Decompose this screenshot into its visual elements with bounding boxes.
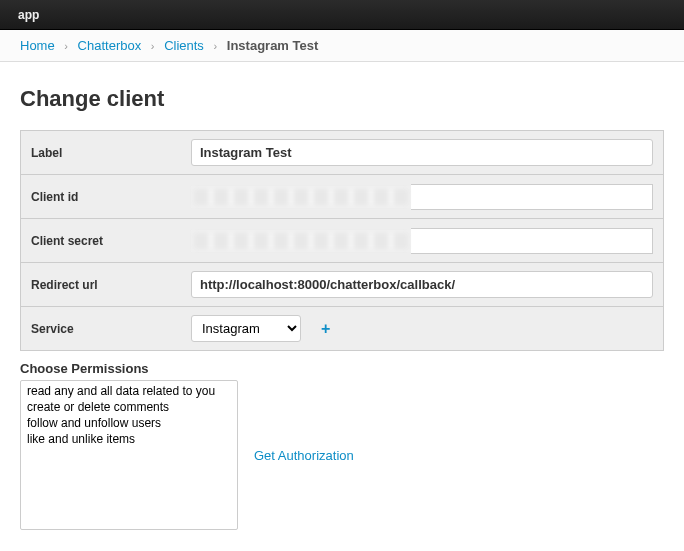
permission-option[interactable]: follow and unfollow users <box>23 415 235 431</box>
content: Change client Label Client id Client sec… <box>0 62 684 550</box>
permission-option[interactable]: like and unlike items <box>23 431 235 447</box>
permission-option[interactable]: read any and all data related to you <box>23 383 235 399</box>
add-service-icon[interactable]: + <box>321 320 330 338</box>
chevron-right-icon: › <box>151 40 155 52</box>
service-label: Service <box>31 322 191 336</box>
service-select[interactable]: Instagram <box>191 315 301 342</box>
row-redirect-url: Redirect url <box>21 263 663 307</box>
client-secret-input[interactable] <box>411 228 653 254</box>
redirect-url-input[interactable] <box>191 271 653 298</box>
client-id-redacted <box>191 186 411 208</box>
row-service: Service Instagram + <box>21 307 663 351</box>
client-id-input-wrap <box>191 184 653 210</box>
top-bar: app <box>0 0 684 30</box>
client-id-input[interactable] <box>411 184 653 210</box>
permissions-label: Choose Permissions <box>20 361 664 376</box>
label-input[interactable] <box>191 139 653 166</box>
client-secret-label: Client secret <box>31 234 191 248</box>
breadcrumb-current: Instagram Test <box>227 38 319 53</box>
permissions-block: Choose Permissions read any and all data… <box>20 361 664 530</box>
form-table: Label Client id Client secret <box>20 130 664 351</box>
breadcrumb-home[interactable]: Home <box>20 38 55 53</box>
permission-option[interactable]: create or delete comments <box>23 399 235 415</box>
label-label: Label <box>31 146 191 160</box>
breadcrumb: Home › Chatterbox › Clients › Instagram … <box>0 30 684 62</box>
page-title: Change client <box>20 86 664 112</box>
client-id-label: Client id <box>31 190 191 204</box>
row-client-id: Client id <box>21 175 663 219</box>
client-secret-redacted <box>191 230 411 252</box>
breadcrumb-chatterbox[interactable]: Chatterbox <box>78 38 142 53</box>
client-secret-input-wrap <box>191 228 653 254</box>
permissions-select[interactable]: read any and all data related to you cre… <box>20 380 238 530</box>
redirect-url-label: Redirect url <box>31 278 191 292</box>
app-name: app <box>18 8 39 22</box>
chevron-right-icon: › <box>214 40 218 52</box>
row-label: Label <box>21 131 663 175</box>
breadcrumb-clients[interactable]: Clients <box>164 38 204 53</box>
get-authorization-link[interactable]: Get Authorization <box>254 448 354 463</box>
chevron-right-icon: › <box>64 40 68 52</box>
row-client-secret: Client secret <box>21 219 663 263</box>
